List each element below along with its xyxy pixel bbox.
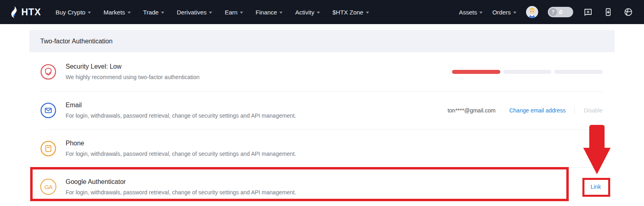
masked-email-value: ton****@gmail.com xyxy=(448,107,495,114)
google-authenticator-icon: GA xyxy=(40,179,56,195)
caret-down-icon xyxy=(88,12,91,14)
nav-derivatives[interactable]: Derivatives xyxy=(177,9,212,16)
email-icon xyxy=(40,102,56,118)
nav-label: Activity xyxy=(295,9,314,16)
row-text-block: Security Level: Low We highly recommend … xyxy=(66,63,200,80)
nav-earn[interactable]: Earn xyxy=(225,9,243,16)
link-google-authenticator-button[interactable]: Link xyxy=(590,184,601,190)
rewards-pill[interactable]: ? 0 xyxy=(548,7,573,17)
caret-down-icon xyxy=(279,12,283,14)
email-subtitle: For login, withdrawals, password retriev… xyxy=(66,112,296,119)
nav-finance[interactable]: Finance xyxy=(256,9,283,16)
user-avatar[interactable] xyxy=(526,6,538,18)
caret-down-icon xyxy=(366,12,369,14)
security-level-title: Security Level: Low xyxy=(66,63,200,70)
security-settings-panel: Two-factor Authentication Security Level… xyxy=(29,30,615,206)
row-text-block: Email For login, withdrawals, password r… xyxy=(66,102,296,119)
coin-icon: ? xyxy=(549,8,557,16)
caret-down-icon xyxy=(209,12,212,14)
nav-label: Orders xyxy=(492,9,511,16)
row-security-level: Security Level: Low We highly recommend … xyxy=(29,52,615,91)
progress-segment-empty xyxy=(554,70,603,74)
nav-label: Assets xyxy=(459,9,477,16)
nav-label: Buy Crypto xyxy=(56,9,85,16)
phone-subtitle: For login, withdrawals, password retriev… xyxy=(66,151,296,157)
progress-segment-filled xyxy=(452,70,500,74)
caret-down-icon xyxy=(240,12,243,14)
google-authenticator-subtitle: For login, withdrawals, password retriev… xyxy=(66,189,296,196)
email-title: Email xyxy=(66,102,296,109)
row-text-block: Google Authenticator For login, withdraw… xyxy=(66,178,296,196)
app-download-icon[interactable] xyxy=(603,7,613,17)
rewards-count: 0 xyxy=(559,9,562,15)
nav-assets[interactable]: Assets xyxy=(459,9,483,16)
ga-letters: GA xyxy=(44,184,52,190)
flame-icon xyxy=(10,6,19,18)
announcements-icon[interactable] xyxy=(583,7,593,17)
nav-label: Trade xyxy=(143,9,159,16)
nav-label: Markets xyxy=(103,9,125,16)
caret-down-icon xyxy=(317,12,320,14)
caret-down-icon xyxy=(479,12,483,14)
nav-label: Finance xyxy=(256,9,277,16)
caret-down-icon xyxy=(513,12,516,14)
row-email: Email For login, withdrawals, password r… xyxy=(29,91,615,129)
google-authenticator-title: Google Authenticator xyxy=(66,178,296,186)
security-level-subtitle: We highly recommend using two-factor aut… xyxy=(66,74,200,80)
nav-label: $HTX Zone xyxy=(332,9,363,16)
nav-orders[interactable]: Orders xyxy=(492,9,516,16)
email-actions: ton****@gmail.com Change email address D… xyxy=(448,91,603,129)
navbar-right-group: Assets Orders ? 0 xyxy=(459,6,634,18)
ga-badge: GA xyxy=(40,179,56,195)
nav-buy-crypto[interactable]: Buy Crypto xyxy=(56,9,91,16)
brand-text: HTX xyxy=(21,7,41,18)
nav-activity[interactable]: Activity xyxy=(295,9,320,16)
change-email-link[interactable]: Change email address xyxy=(509,107,566,114)
nav-label: Earn xyxy=(225,9,237,16)
vertical-divider xyxy=(574,107,575,114)
main-menu: Buy Crypto Markets Trade Derivatives Ear… xyxy=(56,9,369,16)
nav-htx-zone[interactable]: $HTX Zone xyxy=(332,9,369,16)
security-level-bar xyxy=(452,70,603,74)
row-text-block: Phone For login, withdrawals, password r… xyxy=(66,140,296,157)
htx-logo[interactable]: HTX xyxy=(10,6,41,18)
panel-title: Two-factor Authentication xyxy=(40,38,113,45)
nav-label: Derivatives xyxy=(177,9,206,16)
nav-markets[interactable]: Markets xyxy=(103,9,130,16)
google-authenticator-actions: Link xyxy=(590,167,601,206)
caret-down-icon xyxy=(128,12,131,14)
security-progress xyxy=(452,52,603,91)
progress-segment-empty xyxy=(503,70,551,74)
row-phone: Phone For login, withdrawals, password r… xyxy=(29,129,615,167)
caret-down-icon xyxy=(161,12,164,14)
disable-email-button[interactable]: Disable xyxy=(584,107,603,114)
language-globe-icon[interactable] xyxy=(623,7,634,17)
phone-icon xyxy=(40,141,56,157)
nav-trade[interactable]: Trade xyxy=(143,9,165,16)
security-shield-icon xyxy=(40,64,56,80)
panel-header: Two-factor Authentication xyxy=(29,30,615,52)
top-navbar: HTX Buy Crypto Markets Trade Derivatives… xyxy=(0,0,644,24)
row-google-authenticator: GA Google Authenticator For login, withd… xyxy=(29,167,615,206)
phone-title: Phone xyxy=(66,140,296,147)
